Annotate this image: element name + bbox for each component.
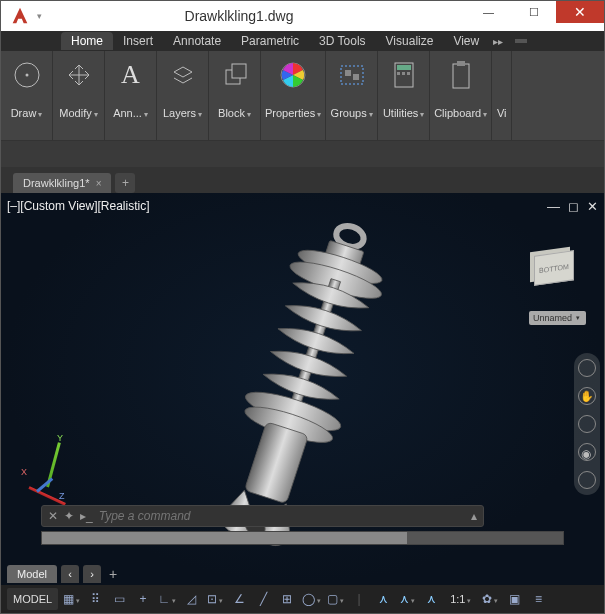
panel-utilities[interactable]: Utilities bbox=[378, 51, 430, 140]
panel-clipboard[interactable]: Clipboard bbox=[430, 51, 492, 140]
3dosnap-toggle[interactable]: ⊡ bbox=[204, 588, 226, 610]
customization-button[interactable]: ≡ bbox=[527, 588, 549, 610]
circle-icon bbox=[12, 57, 42, 93]
add-layout-button[interactable]: + bbox=[105, 566, 121, 582]
axis-z-label: Z bbox=[59, 491, 65, 501]
svg-rect-13 bbox=[453, 64, 469, 88]
lineweight-toggle[interactable]: ╱ bbox=[252, 588, 274, 610]
ribbon-tab-view[interactable]: View bbox=[443, 32, 489, 50]
viewcube[interactable]: BOTTOM bbox=[534, 250, 574, 286]
isodraft-toggle[interactable]: ∟ bbox=[156, 588, 178, 610]
ribbon: Draw Modify A Ann... Layers Block Proper… bbox=[1, 51, 604, 141]
color-wheel-icon bbox=[278, 57, 308, 93]
panel-block[interactable]: Block bbox=[209, 51, 261, 140]
close-button[interactable]: ✕ bbox=[556, 1, 604, 23]
move-icon bbox=[64, 57, 94, 93]
scale-display[interactable]: 1:1 bbox=[444, 588, 477, 610]
layout-tabs: Model ‹ › + bbox=[7, 565, 121, 583]
close-cmd-icon[interactable]: ✕ bbox=[48, 509, 58, 523]
svg-rect-14 bbox=[457, 61, 465, 66]
customize-cmd-icon[interactable]: ✦ bbox=[64, 509, 74, 523]
close-tab-icon[interactable]: × bbox=[96, 178, 102, 189]
grid-toggle[interactable]: ▦ bbox=[60, 588, 82, 610]
block-icon bbox=[220, 57, 250, 93]
ribbon-tab-visualize[interactable]: Visualize bbox=[376, 32, 444, 50]
dynucs-toggle[interactable]: ▢ bbox=[324, 588, 346, 610]
steering-wheel-icon[interactable] bbox=[578, 359, 596, 377]
panel-draw[interactable]: Draw bbox=[1, 51, 53, 140]
otrack-toggle[interactable]: ∠ bbox=[228, 588, 250, 610]
document-tab[interactable]: Drawklkling1* × bbox=[13, 173, 111, 193]
svg-rect-12 bbox=[407, 72, 410, 75]
svg-rect-3 bbox=[232, 64, 246, 78]
drawing-viewport[interactable]: [–][Custom View][Realistic] — ◻ ✕ BOTTOM… bbox=[1, 193, 604, 585]
model-tab[interactable]: Model bbox=[7, 565, 57, 583]
orbit-icon[interactable] bbox=[578, 443, 596, 461]
vp-minimize-icon[interactable]: — bbox=[547, 199, 560, 214]
workspace-button[interactable]: ✿ bbox=[479, 588, 501, 610]
modelspace-button[interactable]: MODEL bbox=[7, 588, 58, 610]
tab-scroll-icon[interactable]: ▸▸ bbox=[493, 36, 503, 47]
svg-rect-10 bbox=[397, 72, 400, 75]
minimize-button[interactable]: — bbox=[466, 1, 511, 23]
layout-scroll-left[interactable]: ‹ bbox=[61, 565, 79, 583]
panel-annotation[interactable]: A Ann... bbox=[105, 51, 157, 140]
text-a-icon: A bbox=[121, 57, 140, 93]
viewcube-menu[interactable]: Unnamed▾ bbox=[529, 311, 586, 325]
pan-icon[interactable] bbox=[578, 387, 596, 405]
add-tab-button[interactable]: + bbox=[115, 173, 135, 193]
ribbon-tab-parametric[interactable]: Parametric bbox=[231, 32, 309, 50]
panel-groups[interactable]: Groups bbox=[326, 51, 378, 140]
document-tabs: Drawklkling1* × + bbox=[1, 167, 604, 193]
ribbon-tab-insert[interactable]: Insert bbox=[113, 32, 163, 50]
vp-restore-icon[interactable]: ◻ bbox=[568, 199, 579, 214]
svg-rect-11 bbox=[402, 72, 405, 75]
command-line[interactable]: ✕ ✦ ▸_ ▴ bbox=[41, 505, 484, 527]
ribbon-tab-3dtools[interactable]: 3D Tools bbox=[309, 32, 375, 50]
showmotion-icon[interactable] bbox=[578, 471, 596, 489]
status-bar: MODEL ▦ ⠿ ▭ + ∟ ◿ ⊡ ∠ ╱ ⊞ ◯ ▢ ⋏ ⋏ ⋏ 1:1 … bbox=[1, 585, 604, 613]
svg-rect-6 bbox=[345, 70, 351, 76]
panel-layers[interactable]: Layers bbox=[157, 51, 209, 140]
app-logo[interactable] bbox=[9, 5, 31, 27]
layers-icon bbox=[168, 57, 198, 93]
layout-scroll-right[interactable]: › bbox=[83, 565, 101, 583]
svg-rect-22 bbox=[244, 422, 308, 504]
calculator-icon bbox=[393, 57, 415, 93]
axis-x-label: X bbox=[21, 467, 27, 477]
panel-properties[interactable]: Properties bbox=[261, 51, 326, 140]
transparency-toggle[interactable]: ⊞ bbox=[276, 588, 298, 610]
panel-modify[interactable]: Modify bbox=[53, 51, 105, 140]
snap-toggle[interactable]: ⠿ bbox=[84, 588, 106, 610]
ribbon-gap bbox=[1, 141, 604, 167]
navigation-bar bbox=[574, 353, 600, 495]
document-tab-label: Drawklkling1* bbox=[23, 177, 90, 189]
titlebar: ▾ Drawklkling1.dwg — ☐ ✕ bbox=[1, 1, 604, 31]
ribbon-tab-annotate[interactable]: Annotate bbox=[163, 32, 231, 50]
osnap-toggle[interactable]: ◿ bbox=[180, 588, 202, 610]
maximize-button[interactable]: ☐ bbox=[511, 1, 556, 23]
cmd-prompt-icon: ▸_ bbox=[80, 509, 93, 523]
annovisibility-button[interactable]: ⋏ bbox=[420, 588, 442, 610]
cycling-toggle[interactable]: ◯ bbox=[300, 588, 322, 610]
annoscale-button[interactable]: ⋏ bbox=[396, 588, 418, 610]
zoom-icon[interactable] bbox=[578, 415, 596, 433]
walk-button[interactable]: ⋏ bbox=[372, 588, 394, 610]
horizontal-scrollbar[interactable] bbox=[41, 531, 564, 545]
status-separator bbox=[348, 588, 370, 610]
vp-close-icon[interactable]: ✕ bbox=[587, 199, 598, 214]
ribbon-tabs: Home Insert Annotate Parametric 3D Tools… bbox=[1, 31, 604, 51]
cleanscreen-button[interactable]: ▣ bbox=[503, 588, 525, 610]
window-title: Drawklkling1.dwg bbox=[12, 8, 466, 24]
svg-point-1 bbox=[25, 74, 28, 77]
cmd-history-icon[interactable]: ▴ bbox=[471, 509, 477, 523]
panel-view-partial[interactable]: Vi bbox=[492, 51, 512, 140]
ortho-toggle[interactable]: ▭ bbox=[108, 588, 130, 610]
viewport-label[interactable]: [–][Custom View][Realistic] bbox=[7, 199, 150, 213]
ribbon-tab-home[interactable]: Home bbox=[61, 32, 113, 50]
command-input[interactable] bbox=[99, 509, 465, 523]
polar-toggle[interactable]: + bbox=[132, 588, 154, 610]
ribbon-collapse-icon[interactable] bbox=[515, 39, 527, 43]
group-icon bbox=[339, 57, 365, 93]
app-window: ▾ Drawklkling1.dwg — ☐ ✕ Home Insert Ann… bbox=[0, 0, 605, 614]
